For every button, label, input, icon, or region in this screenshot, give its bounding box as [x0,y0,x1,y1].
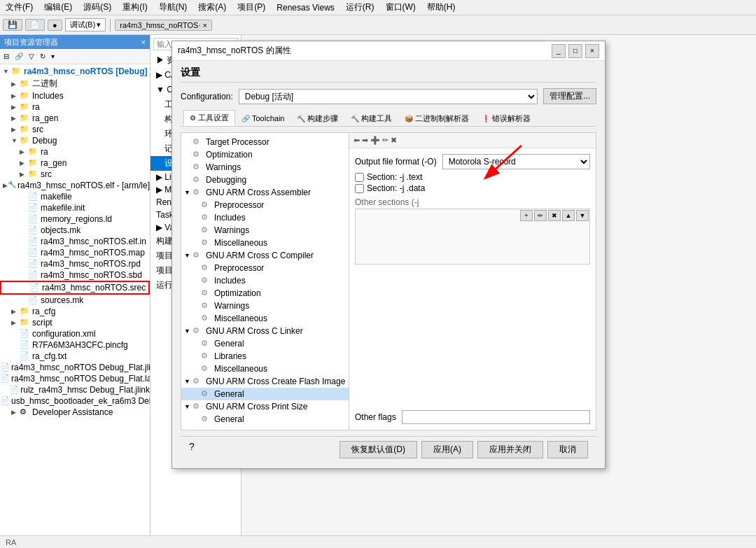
toolbar-icon2[interactable]: 📄 [25,19,45,31]
prop-flash-general[interactable]: ⚙ General [181,388,349,400]
panel-close-icon[interactable]: × [141,38,146,46]
help-icon[interactable]: ? [189,441,195,458]
menu-project[interactable]: 项目(P) [234,1,268,14]
dialog-minimize-btn[interactable]: _ [552,44,566,58]
tab-error-parser[interactable]: ❗ 错误解析器 [475,111,537,126]
tree-item-sources-mk[interactable]: 📄 sources.mk [0,295,150,306]
prop-gnu-asm[interactable]: ▼ ⚙ GNU ARM Cross Assembler [181,186,349,199]
section-data-checkbox[interactable] [355,184,364,193]
sections-down-btn[interactable]: ▼ [576,210,589,221]
tree-item-debug-ra[interactable]: ▶ 📁 ra [0,146,150,157]
prop-linker-general[interactable]: ⚙ General [181,337,349,350]
output-format-select[interactable]: Motorola S-record [442,154,590,169]
prop-asm-misc[interactable]: ⚙ Miscellaneous [181,237,349,249]
menu-refactor[interactable]: 重构(I) [120,1,150,14]
tree-item-binary[interactable]: ▶ 📁 二进制 [0,77,150,90]
prop-c-warnings[interactable]: ⚙ Warnings [181,300,349,312]
toolbar-save[interactable]: 💾 [3,19,22,31]
tree-item-jlink1[interactable]: 📄 ra4m3_hmsc_noRTOS Debug_Flat.jlink [0,362,150,373]
tree-item-map[interactable]: 📄 ra4m3_hmsc_noRTOS.map [0,247,150,258]
prop-linker-libs[interactable]: ⚙ Libraries [181,350,349,363]
sections-add-btn[interactable]: + [520,210,533,221]
filter-btn[interactable]: ▽ [27,52,36,61]
prop-c-optimization[interactable]: ⚙ Optimization [181,287,349,300]
tree-item-ra-cfg[interactable]: ▶ 📁 ra_cfg [0,306,150,317]
sections-up-btn[interactable]: ▲ [562,210,575,221]
tree-item-elf-in[interactable]: 📄 ra4m3_hmsc_noRTOS.elf.in [0,236,150,247]
view-menu-btn[interactable]: ▾ [49,52,57,61]
dialog-close-btn[interactable]: × [585,44,599,58]
menu-run[interactable]: 运行(R) [343,1,377,14]
prop-c-preprocessor[interactable]: ⚙ Preprocessor [181,262,349,274]
prop-gnu-c-compiler[interactable]: ▼ ⚙ GNU ARM Cross C Compiler [181,249,349,262]
toolbar-project-tab[interactable]: ra4m3_hmsc_noRTOS· × [115,20,212,31]
tree-item-config-xml[interactable]: 📄 configuration.xml [0,328,150,339]
tab-toolchain[interactable]: 🔗 Toolchain [235,111,290,125]
tree-item-launch[interactable]: 📄 ra4m3_hmsc_noRTOS Debug_Flat.launch [0,373,150,384]
tab-build-tools[interactable]: 🔨 构建工具 [344,111,398,126]
prop-warnings-1[interactable]: ⚙ Warnings [181,161,349,174]
tree-item-debug[interactable]: ▼ 📁 Debug [0,135,150,146]
menu-renesas[interactable]: Renesas Views [274,2,337,13]
menu-edit[interactable]: 编辑(E) [41,1,75,14]
tab-build-steps[interactable]: 🔨 构建步骤 [290,111,344,126]
tree-item-jlink3[interactable]: 📄 usb_hmsc_bootloader_ek_ra6m3 Debug_Fla… [0,395,150,407]
menu-source[interactable]: 源码(S) [80,1,114,14]
manage-config-btn[interactable]: 管理配置... [543,88,596,104]
tree-item-pincfg[interactable]: 📄 R7FA6M3AH3CFC.pincfg [0,339,150,351]
prop-c-misc[interactable]: ⚙ Miscellaneous [181,312,349,325]
tree-item-srec[interactable]: 📄 ra4m3_hmsc_noRTOS.srec [0,281,150,295]
toolbar-dot[interactable]: ● [48,20,62,31]
tree-item-elf[interactable]: ▶ 🔧 ra4m3_hmsc_noRTOS.elf - [arm/le] [0,180,150,191]
cancel-btn[interactable]: 取消 [547,441,588,458]
tree-item-jlink2[interactable]: 📄 rulz_ra4m3_hmsc Debug_Flat.jlink [0,384,150,395]
menu-help[interactable]: 帮助(H) [424,1,458,14]
tree-item-memory[interactable]: 📄 memory_regions.ld [0,213,150,225]
tree-item-script[interactable]: ▶ 📁 script [0,317,150,328]
other-flags-input[interactable] [402,410,590,424]
dialog-maximize-btn[interactable]: □ [568,44,582,58]
prop-print-general[interactable]: ⚙ General [181,413,349,426]
sync-btn[interactable]: ↻ [38,52,48,61]
debug-dropdown[interactable]: 调试(B) ▾ [65,18,106,31]
apply-btn[interactable]: 应用(A) [421,441,473,458]
tree-item-sbd[interactable]: 📄 ra4m3_hmsc_noRTOS.sbd [0,269,150,281]
menu-window[interactable]: 窗口(W) [383,1,419,14]
prop-asm-warnings[interactable]: ⚙ Warnings [181,224,349,237]
prop-print-size[interactable]: ▼ ⚙ GNU ARM Cross Print Size [181,400,349,413]
tree-item-objects-mk[interactable]: 📄 objects.mk [0,225,150,236]
menu-navigate[interactable]: 导航(N) [156,1,190,14]
tree-item-ra-cfg-txt[interactable]: 📄 ra_cfg.txt [0,351,150,362]
menu-file[interactable]: 文件(F) [3,1,36,14]
apply-close-btn[interactable]: 应用并关闭 [477,441,543,458]
tree-item-debug-ra-gen[interactable]: ▶ 📁 ra_gen [0,157,150,169]
tree-item-src[interactable]: ▶ 📁 src [0,124,150,135]
config-select[interactable]: Debug [活动] [239,89,538,104]
prop-debugging[interactable]: ⚙ Debugging [181,174,349,186]
collapse-all-btn[interactable]: ⊟ [1,52,11,61]
tab-tool-settings[interactable]: ⚙ 工具设置 [183,110,235,126]
close-tab-icon[interactable]: × [202,21,206,29]
link-editor-btn[interactable]: 🔗 [13,52,25,61]
tree-item-dev-assist[interactable]: ▶ ⚙ Developer Assistance [0,407,150,418]
prop-flash-image[interactable]: ▼ ⚙ GNU ARM Cross Create Flash Image [181,375,349,388]
sections-del-btn[interactable]: ✖ [548,210,561,221]
tree-item-makefile[interactable]: 📄 makefile [0,191,150,202]
tree-root-project[interactable]: ▼ 📁 ra4m3_hmsc_noRTOS [Debug] [0,66,150,77]
tree-item-makefile-init[interactable]: 📄 makefile.init [0,202,150,213]
prop-asm-preprocessor[interactable]: ⚙ Preprocessor [181,199,349,211]
tree-item-debug-src[interactable]: ▶ 📁 src [0,169,150,180]
prop-linker-misc[interactable]: ⚙ Miscellaneous [181,363,349,375]
tree-item-includes[interactable]: ▶ 📁 Includes [0,90,150,101]
tree-item-ra-gen[interactable]: ▶ 📁 ra_gen [0,113,150,124]
menu-search[interactable]: 搜索(A) [195,1,229,14]
restore-defaults-btn[interactable]: 恢复默认值(D) [340,441,417,458]
sections-edit-btn[interactable]: ✏ [534,210,547,221]
prop-gnu-c-linker[interactable]: ▼ ⚙ GNU ARM Cross C Linker [181,325,349,337]
tree-item-rpd[interactable]: 📄 ra4m3_hmsc_noRTOS.rpd [0,258,150,269]
section-text-checkbox[interactable] [355,173,364,182]
prop-optimization[interactable]: ⚙ Optimization [181,148,349,161]
tab-binary-parser[interactable]: 📦 二进制制解析器 [398,111,475,126]
prop-target-processor[interactable]: ⚙ Target Processor [181,136,349,148]
prop-asm-includes[interactable]: ⚙ Includes [181,211,349,224]
